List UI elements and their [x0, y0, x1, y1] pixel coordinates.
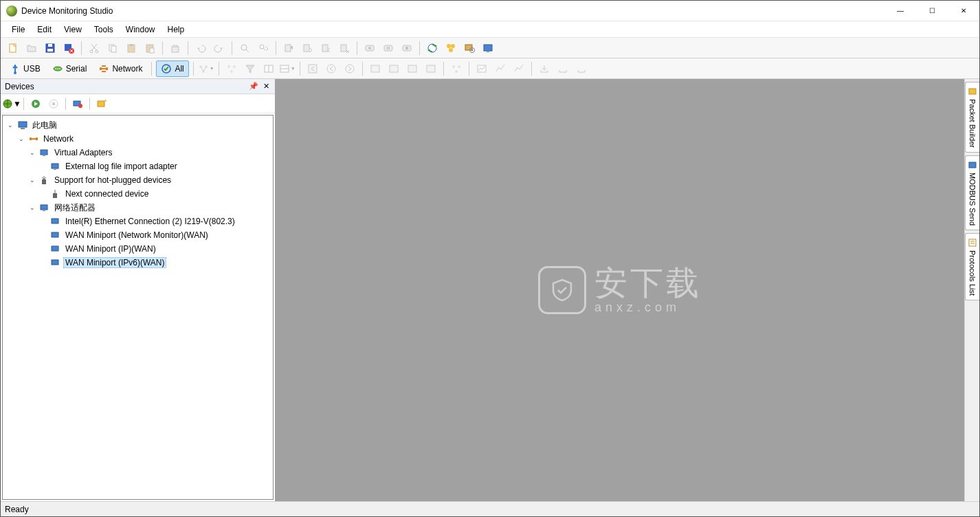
play-button[interactable]	[27, 96, 44, 111]
tab-modbus-send[interactable]: MODBUS Send	[965, 155, 979, 230]
svg-rect-13	[150, 48, 154, 53]
refresh-button[interactable]	[424, 40, 441, 56]
chart2-button[interactable]	[492, 60, 509, 77]
split-v-button[interactable]: ▼	[279, 60, 296, 77]
open-button[interactable]	[23, 40, 40, 56]
tree-row-network[interactable]: ⌄ Network	[4, 132, 271, 146]
undo-button[interactable]	[192, 40, 209, 56]
expander-icon[interactable]: ⌄	[27, 203, 37, 212]
paste-button[interactable]	[123, 40, 140, 56]
chart3-button[interactable]	[511, 60, 527, 77]
bookmark2-button[interactable]	[299, 40, 315, 56]
session-button[interactable]: ▼	[198, 60, 214, 77]
tree-row-intel[interactable]: Intel(R) Ethernet Connection (2) I219-V(…	[4, 214, 271, 228]
save-close-button[interactable]	[60, 40, 77, 56]
filter-serial-button[interactable]: Serial	[47, 60, 92, 77]
expander-icon[interactable]: ⌄	[27, 148, 37, 157]
split-h-button[interactable]	[260, 60, 277, 77]
new-window-button[interactable]: +	[93, 96, 110, 111]
export2-button[interactable]	[555, 60, 571, 77]
refresh-devices-button[interactable]: ▼	[3, 96, 20, 111]
bookmark3-button[interactable]	[318, 40, 334, 56]
bookmark1-button[interactable]	[280, 40, 297, 56]
nav-first-button[interactable]	[304, 60, 321, 77]
find-next-icon	[258, 43, 269, 54]
new-file-button[interactable]	[5, 40, 21, 56]
redo-button[interactable]	[211, 40, 227, 56]
adapter-icon	[39, 202, 50, 213]
graph-nodes-button[interactable]	[448, 60, 465, 77]
svg-rect-59	[390, 65, 398, 72]
expander-icon[interactable]: ⌄	[16, 134, 26, 144]
nav-next-button[interactable]	[342, 60, 358, 77]
filter-network-button[interactable]: Network	[93, 60, 147, 77]
device-tree[interactable]: ⌄ 此电脑 ⌄ Network ⌄ Virtual Adapters Exter…	[2, 115, 274, 500]
pause-device-button[interactable]	[45, 96, 62, 111]
minimize-button[interactable]: —	[884, 1, 916, 21]
menu-file[interactable]: File	[6, 23, 30, 36]
tree-row-wan-ip[interactable]: WAN Miniport (IP)(WAN)	[4, 242, 271, 256]
nav-prev-button[interactable]	[323, 60, 339, 77]
menu-window[interactable]: Window	[120, 23, 161, 36]
maximize-button[interactable]: ☐	[916, 1, 948, 21]
split-v-icon	[279, 63, 290, 74]
tab-packet-builder[interactable]: Packet Builder	[965, 82, 979, 153]
svg-point-64	[455, 70, 458, 73]
tree-row-root[interactable]: ⌄ 此电脑	[4, 118, 271, 132]
tree-row-wan-ipv6[interactable]: WAN Miniport (IPv6)(WAN)	[4, 256, 271, 270]
win2-button[interactable]	[386, 60, 402, 77]
save-button[interactable]	[42, 40, 58, 56]
tree-row-wan-monitor[interactable]: WAN Miniport (Network Monitor)(WAN)	[4, 228, 271, 242]
menu-edit[interactable]: Edit	[32, 23, 57, 36]
devices-panel: Devices 📌 ✕ ▼ + ⌄ 此电脑 ⌄ Network	[1, 79, 276, 501]
panel-close-button[interactable]: ✕	[260, 80, 272, 93]
find-button[interactable]	[236, 40, 253, 56]
tab-protocols-list[interactable]: Protocols List	[965, 233, 979, 300]
pause-button[interactable]	[380, 40, 397, 56]
pin-button[interactable]: 📌	[247, 80, 260, 93]
clear-button[interactable]	[167, 40, 183, 56]
filter-usb-button[interactable]: USB	[5, 60, 45, 77]
record-button[interactable]	[361, 40, 378, 56]
cut-button[interactable]	[86, 40, 102, 56]
find-next-button[interactable]	[255, 40, 271, 56]
export1-button[interactable]	[536, 60, 553, 77]
copy-button[interactable]	[104, 40, 121, 56]
menu-tools[interactable]: Tools	[89, 23, 119, 36]
svg-rect-77	[36, 138, 38, 140]
device-settings-button[interactable]	[69, 96, 86, 111]
svg-point-62	[452, 65, 455, 68]
tree-row-net-adapters[interactable]: ⌄ 网络适配器	[4, 201, 271, 214]
stop-button[interactable]	[399, 40, 415, 56]
svg-point-49	[233, 65, 236, 68]
filter-button[interactable]	[242, 60, 258, 77]
win1-button[interactable]	[367, 60, 383, 77]
svg-point-57	[346, 65, 354, 73]
chart1-button[interactable]	[474, 60, 490, 77]
expander-icon[interactable]: ⌄	[5, 120, 15, 130]
win4-button[interactable]	[423, 60, 439, 77]
menu-view[interactable]: View	[58, 23, 87, 36]
tree-row-next-connected[interactable]: Next connected device	[4, 187, 271, 201]
tree-row-ext-log[interactable]: External log file import adapter	[4, 160, 271, 173]
filter-all-button[interactable]: All	[156, 60, 188, 77]
svg-rect-58	[371, 65, 379, 72]
separator	[443, 62, 444, 76]
settings-button[interactable]	[461, 40, 478, 56]
globe-icon	[2, 98, 13, 109]
open-icon	[26, 43, 37, 54]
close-button[interactable]: ✕	[948, 1, 979, 21]
titlebar: Device Monitoring Studio — ☐ ✕	[1, 1, 979, 21]
expander-icon[interactable]: ⌄	[27, 175, 37, 185]
tree-row-hotplug[interactable]: ⌄ Support for hot-plugged devices	[4, 173, 271, 187]
win3-button[interactable]	[404, 60, 421, 77]
menu-help[interactable]: Help	[162, 23, 190, 36]
export3-button[interactable]	[573, 60, 590, 77]
monitor-button[interactable]	[480, 40, 496, 56]
bookmark4-button[interactable]	[336, 40, 353, 56]
paste-special-button[interactable]	[142, 40, 158, 56]
tree-row-virtual-adapters[interactable]: ⌄ Virtual Adapters	[4, 146, 271, 160]
analyze-button[interactable]	[223, 60, 240, 77]
paste-icon	[126, 43, 137, 54]
devices-button[interactable]	[443, 40, 459, 56]
